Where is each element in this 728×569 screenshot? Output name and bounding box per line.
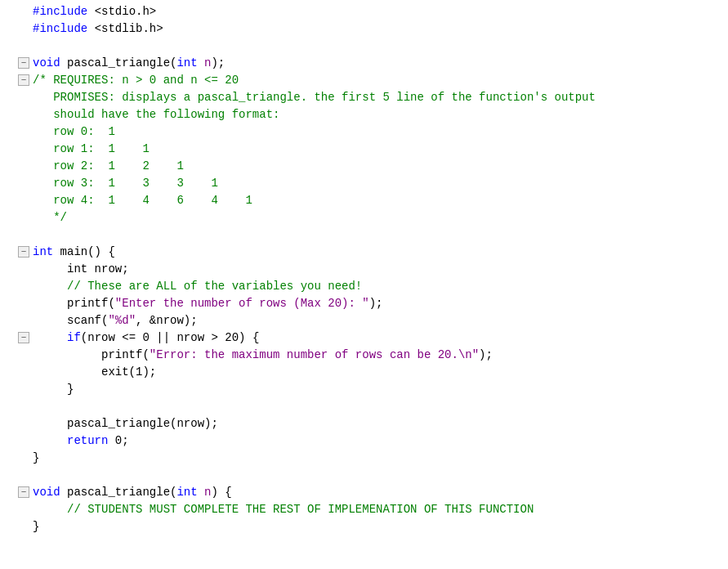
code-token: row 4: 1 4 6 4 1 <box>33 192 252 209</box>
code-token: } <box>33 381 74 398</box>
code-token: 0 || nrow > 20) { <box>136 329 259 347</box>
code-token: (nrow <box>81 329 122 347</box>
code-token: row 1: 1 1 <box>33 141 150 158</box>
code-token: ); <box>369 295 383 312</box>
code-line: int nrow; <box>16 261 728 278</box>
code-token: ); <box>479 347 493 364</box>
code-line: } <box>16 381 728 398</box>
code-token: int <box>176 55 204 72</box>
code-line: printf("Error: the maximum number of row… <box>16 347 728 364</box>
code-line: should have the following format: <box>16 106 728 123</box>
code-token: return <box>67 432 115 450</box>
code-token: <stdio.h> <box>95 3 157 20</box>
code-line: // STUDENTS MUST COMPLETE THE REST OF IM… <box>16 501 728 518</box>
fold-marker[interactable]: − <box>18 486 29 498</box>
code-line: −void pascal_triangle(int n) { <box>16 484 728 501</box>
code-token: should have the following format: <box>33 106 279 123</box>
editor-container: #include <stdio.h>#include <stdlib.h>−vo… <box>0 0 728 569</box>
code-token: #include <box>33 3 95 20</box>
code-token <box>33 501 67 518</box>
code-token <box>33 278 67 295</box>
fold-marker[interactable]: − <box>18 74 29 86</box>
code-line: } <box>16 450 728 467</box>
code-line: #include <stdio.h> <box>16 3 728 20</box>
code-token: "Enter the number of rows (Max 20): " <box>115 295 369 312</box>
code-line <box>16 467 728 484</box>
code-token <box>33 329 67 347</box>
code-line: row 2: 1 2 1 <box>16 158 728 175</box>
code-token: ( <box>170 484 176 501</box>
code-line: row 3: 1 3 3 1 <box>16 175 728 192</box>
code-token: ); <box>142 364 156 381</box>
code-token: #include <box>33 20 95 38</box>
code-token: int <box>176 484 204 501</box>
code-token: pascal_triangle <box>67 55 170 72</box>
code-line <box>16 398 728 415</box>
code-line: row 0: 1 <box>16 123 728 141</box>
code-line: PROMISES: displays a pascal_triangle. th… <box>16 89 728 106</box>
code-line: // These are ALL of the variables you ne… <box>16 278 728 295</box>
code-line: } <box>16 518 728 535</box>
code-token: int nrow; <box>33 261 129 278</box>
code-line <box>16 226 728 244</box>
code-token: <stdlib.h> <box>95 20 163 38</box>
code-token: // These are ALL of the variables you ne… <box>67 278 362 295</box>
code-line: printf("Enter the number of rows (Max 20… <box>16 295 728 312</box>
code-line: row 4: 1 4 6 4 1 <box>16 192 728 209</box>
code-line: − if(nrow <= 0 || nrow > 20) { <box>16 329 728 347</box>
code-token: "Error: the maximum number of rows can b… <box>150 347 479 364</box>
code-token: void <box>33 55 67 72</box>
code-token: ) { <box>211 484 231 501</box>
code-token: } <box>33 450 39 467</box>
code-line: return 0; <box>16 432 728 450</box>
code-line: scanf("%d", &nrow); <box>16 312 728 329</box>
code-line: #include <stdlib.h> <box>16 20 728 38</box>
code-line: exit(1); <box>16 364 728 381</box>
code-token: printf( <box>33 347 150 364</box>
code-token: row 0: 1 <box>33 123 115 141</box>
code-token: scanf( <box>33 312 108 329</box>
code-token: pascal_triangle <box>67 484 170 501</box>
code-token: () { <box>87 244 115 261</box>
fold-marker[interactable]: − <box>18 246 29 258</box>
code-token: int <box>33 244 60 261</box>
code-line: pascal_triangle(nrow); <box>16 415 728 432</box>
code-line: −void pascal_triangle(int n); <box>16 55 728 72</box>
code-token: n <box>204 484 211 501</box>
code-line: row 1: 1 1 <box>16 141 728 158</box>
code-line <box>16 38 728 55</box>
code-token: PROMISES: displays a pascal_triangle. th… <box>33 89 596 106</box>
code-line: −int main() { <box>16 244 728 261</box>
code-token <box>33 432 67 450</box>
code-token: void <box>33 484 67 501</box>
code-line: */ <box>16 209 728 226</box>
code-token: // STUDENTS MUST COMPLETE THE REST OF IM… <box>67 501 534 518</box>
code-token: 0; <box>115 432 129 450</box>
fold-marker[interactable]: − <box>18 332 29 343</box>
code-area: #include <stdio.h>#include <stdlib.h>−vo… <box>0 3 728 535</box>
code-token: ); <box>211 55 225 72</box>
code-token: main <box>60 244 88 261</box>
code-token: printf( <box>33 295 115 312</box>
code-token: if <box>67 329 81 347</box>
code-token: row 3: 1 3 3 1 <box>33 175 218 192</box>
code-token: exit( <box>33 364 136 381</box>
code-token: */ <box>33 209 67 226</box>
code-token: <= <box>122 329 136 347</box>
code-token: , &nrow); <box>136 312 198 329</box>
code-line: −/* REQUIRES: n > 0 and n <= 20 <box>16 72 728 89</box>
code-token: n <box>204 55 211 72</box>
code-token: "%d" <box>108 312 136 329</box>
code-token: pascal_triangle(nrow); <box>33 415 218 432</box>
fold-marker[interactable]: − <box>18 57 29 69</box>
code-token: row 2: 1 2 1 <box>33 158 184 175</box>
code-token: } <box>33 518 39 535</box>
code-token: ( <box>170 55 176 72</box>
code-token: /* REQUIRES: n > 0 and n <= 20 <box>33 72 239 89</box>
code-token: 1 <box>136 364 142 381</box>
